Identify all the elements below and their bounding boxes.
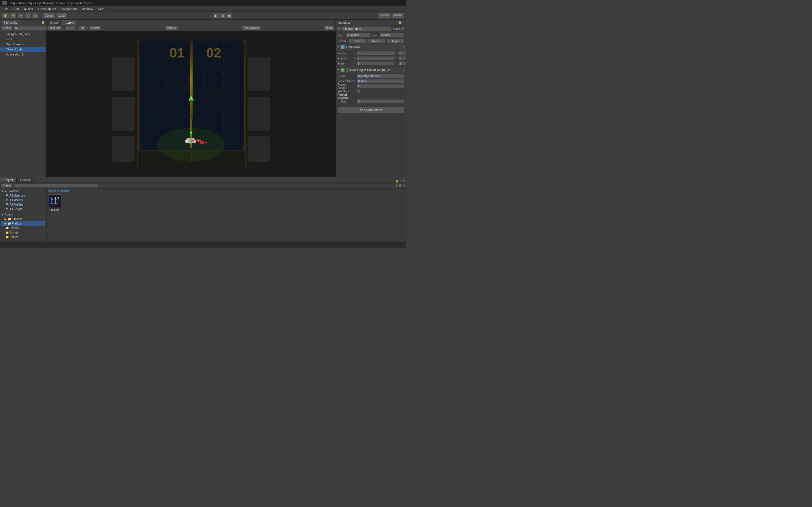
fav-all-materials[interactable]: 🔍 All Materials (1, 193, 45, 198)
2d-btn[interactable]: 2D (79, 26, 86, 31)
console-tab[interactable]: Console (17, 177, 35, 182)
object-active-checkbox[interactable]: ✓ (338, 27, 341, 31)
hierarchy-item-spaceship1[interactable]: Spaceship_1 (0, 52, 46, 57)
pooled-object-field[interactable]: Bullets (357, 79, 404, 83)
project-sidebar: ▼ ★ Favorites 🔍 All Materials 🔍 All Mode… (0, 188, 47, 242)
rotate-tool-btn[interactable]: ↻ (17, 13, 24, 18)
bottom-toolbar: Create ⊞ ☰ ⚙ (0, 183, 406, 188)
gizmos-btn[interactable]: Gizmos (165, 26, 179, 31)
scale-x-input[interactable] (357, 61, 395, 65)
script-row: Script NewObjectPooler (338, 73, 404, 78)
position-y-input[interactable] (398, 51, 406, 55)
rotation-y-input[interactable] (398, 56, 406, 60)
svg-point-60 (55, 203, 57, 205)
add-component-btn[interactable]: Add Component (338, 107, 404, 113)
svg-text:01: 01 (169, 45, 185, 60)
pooler-settings-icon[interactable]: ⚙ (402, 68, 405, 71)
pooled-amount-label: Pooled Amount (338, 83, 356, 89)
transform-settings-icon[interactable]: ⚙ (402, 46, 405, 49)
menu-component[interactable]: Component (58, 7, 79, 11)
layout-button[interactable]: Layout (392, 13, 404, 18)
menu-edit[interactable]: Edit (11, 7, 21, 11)
prefab-apply-btn[interactable]: Apply (387, 39, 404, 43)
y-label: Y (395, 62, 398, 65)
game-tab[interactable]: Game (62, 20, 78, 25)
settings-icon[interactable]: ⚙ (402, 184, 405, 187)
x-label: X (354, 62, 356, 65)
pooler-icon: S (341, 68, 345, 72)
layers-button[interactable]: Layers (378, 13, 391, 18)
rgb-btn[interactable]: RGB (65, 26, 75, 31)
game-scene-svg: 01 02 (107, 41, 276, 167)
hierarchy-item-background-back[interactable]: background_back (0, 32, 46, 37)
pooled-amount-input[interactable] (357, 84, 404, 88)
menu-help[interactable]: Help (96, 7, 107, 11)
bottom-close-icon[interactable]: ✕ (403, 179, 405, 182)
scale-y-input[interactable] (398, 61, 406, 65)
layer-dropdown[interactable]: Default (380, 33, 405, 38)
play-button[interactable]: ▶ (213, 13, 219, 18)
svg-point-56 (52, 203, 53, 205)
rotation-x-input[interactable] (357, 56, 395, 60)
inspector-menu-icon[interactable]: ≡ (403, 21, 404, 24)
menu-gameobject[interactable]: GameObject (36, 7, 58, 11)
local-btn[interactable]: Local (56, 13, 67, 18)
bottom-search-input[interactable] (13, 184, 98, 187)
hierarchy-tab[interactable]: Hierarchy (2, 20, 19, 25)
prefab-revert-btn[interactable]: Revert (367, 39, 385, 43)
search-icon: 🔍 (6, 194, 9, 197)
effects-btn[interactable]: Effects (89, 26, 101, 31)
tag-dropdown[interactable]: Untagged (346, 33, 370, 38)
prefab-item-bullets[interactable]: Bullets (48, 194, 62, 212)
favorites-label: ▼ ★ Favorites (1, 189, 45, 193)
bottom-create-btn[interactable]: Create (1, 183, 12, 187)
hierarchy-lock-icon[interactable]: 🔒 (41, 21, 45, 24)
pooler-checkbox[interactable] (346, 68, 349, 71)
transform-header[interactable]: ▼ T Transform ⚙ (336, 44, 406, 50)
center-btn[interactable]: Center (43, 13, 55, 18)
hierarchy-item-objectpooler[interactable]: ObjectPooler (0, 47, 46, 52)
fav-all-prefabs[interactable]: 🔍 All Prefabs (1, 202, 45, 207)
bottom-expand-icon[interactable]: ⤢ (400, 179, 402, 182)
hand-tool-btn[interactable]: ✋ (2, 13, 9, 18)
textured-btn[interactable]: Textured (48, 26, 62, 31)
stats-btn[interactable]: Stats (324, 26, 335, 31)
static-checkbox[interactable] (401, 27, 404, 31)
bottom-lock-icon[interactable]: 🔒 (395, 179, 399, 182)
main-layout: Hierarchy 🔒 Create background_back FPS M… (0, 20, 406, 177)
assets-scenes[interactable]: 📁 Scenes (1, 226, 45, 230)
hierarchy-item-fps[interactable]: FPS (0, 37, 46, 42)
menu-file[interactable]: File (1, 7, 11, 11)
will-grow-checkbox[interactable] (357, 90, 360, 93)
step-button[interactable]: ⏭ (226, 13, 233, 18)
script-field[interactable]: NewObjectPooler (357, 74, 404, 78)
rotation-x-component: X (354, 56, 395, 60)
resolution-btn[interactable]: Free Aspect (242, 26, 260, 31)
view-toggle-icon[interactable]: ⊞ (396, 184, 398, 187)
rect-tool-btn[interactable]: ▭ (32, 13, 39, 18)
project-tab[interactable]: Project (0, 177, 17, 182)
pause-button[interactable]: ⏸ (220, 13, 226, 18)
hierarchy-item-main-camera[interactable]: Main Camera (0, 42, 46, 47)
prefab-select-btn[interactable]: Select (349, 39, 366, 43)
fav-all-models[interactable]: 🔍 All Models (1, 198, 45, 202)
assets-prefabs[interactable]: ▶ 📁 Prefabs (1, 221, 45, 226)
assets-sprites[interactable]: 📁 Sprites (1, 235, 45, 239)
assets-finished[interactable]: ▶ 📁 Finished (1, 217, 45, 221)
menu-assets[interactable]: Assets (22, 7, 36, 11)
assets-scripts[interactable]: 📁 Scripts (1, 230, 45, 235)
object-name-field[interactable] (342, 26, 392, 31)
position-x-input[interactable] (357, 51, 395, 55)
pooler-comp-header[interactable]: ▼ S New Object Pooler Script (Sc... ⚙ (336, 67, 406, 73)
size-input[interactable] (357, 100, 404, 103)
fav-all-scripts[interactable]: 🔍 All Scripts (1, 207, 45, 211)
inspector-lock-icon[interactable]: 🔒 (398, 21, 402, 24)
rotation-xyz-field: X Y Z (354, 56, 406, 60)
scene-tab[interactable]: Scene (47, 20, 62, 25)
menu-window[interactable]: Window (80, 7, 95, 11)
list-toggle-icon[interactable]: ☰ (399, 184, 402, 187)
move-tool-btn[interactable]: ✛ (10, 13, 16, 18)
will-grow-label: Will Grow (338, 90, 356, 93)
hierarchy-create-btn[interactable]: Create (1, 26, 12, 30)
scale-tool-btn[interactable]: ⤡ (25, 13, 31, 18)
